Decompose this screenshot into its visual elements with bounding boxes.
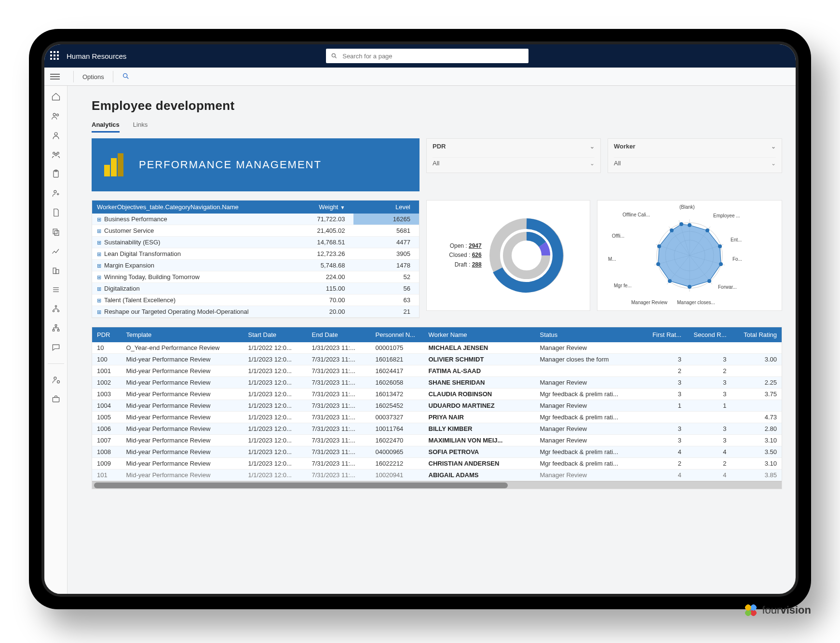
expand-icon[interactable]: ⊞ <box>97 309 101 315</box>
expand-icon[interactable]: ⊞ <box>97 274 101 280</box>
person-icon[interactable] <box>50 129 62 142</box>
table-row[interactable]: ⊞Margin Expansion5,748.681478 <box>92 260 419 271</box>
briefcase-icon[interactable] <box>50 393 62 405</box>
column-header[interactable]: Template <box>122 327 244 342</box>
person-add-icon[interactable] <box>50 187 62 200</box>
svg-point-0 <box>332 54 336 57</box>
tab-analytics[interactable]: Analytics <box>92 119 120 133</box>
table-row[interactable]: ⊞Sustainability (ESG)14,768.514477 <box>92 237 419 248</box>
svg-rect-25 <box>57 330 59 331</box>
svg-line-3 <box>127 77 128 79</box>
expand-icon[interactable]: ⊞ <box>97 286 101 292</box>
radar-axis-label: Ent... <box>731 237 742 242</box>
column-header[interactable]: Start Date <box>244 327 307 342</box>
table-row[interactable]: 10O_Year-end Performance Review1/1/2022 … <box>92 342 782 354</box>
column-header[interactable]: End Date <box>307 327 371 342</box>
svg-point-20 <box>55 306 56 307</box>
person-settings-icon[interactable] <box>50 374 62 386</box>
col-level[interactable]: Level <box>353 201 419 214</box>
table-row[interactable]: ⊞Customer Service21,405.025681 <box>92 225 419 237</box>
filter-value: All <box>614 160 621 167</box>
pdr-data-table[interactable]: PDRTemplateStart DateEnd DatePersonnel N… <box>92 327 782 489</box>
objectives-table[interactable]: WorkerObjectives_table.CategoryNavigatio… <box>92 200 420 318</box>
svg-point-7 <box>53 152 54 154</box>
expand-icon[interactable]: ⊞ <box>97 263 101 268</box>
svg-rect-28 <box>53 398 59 402</box>
left-nav-rail <box>44 86 68 594</box>
hierarchy-icon[interactable] <box>50 322 62 335</box>
radar-axis-label: Manager Review <box>631 300 667 305</box>
filter-worker[interactable]: Worker⌄ All⌄ <box>608 138 782 173</box>
column-header[interactable]: Personnel N... <box>371 327 424 342</box>
options-button[interactable]: Options <box>76 73 111 80</box>
col-category[interactable]: WorkerObjectives_table.CategoryNavigatio… <box>92 201 282 214</box>
report-banner: PERFORMANCE MANAGEMENT <box>92 138 420 191</box>
column-header[interactable]: Worker Name <box>424 327 535 342</box>
table-row[interactable]: 1007Mid-year Performance Review1/1/2023 … <box>92 435 782 446</box>
table-row[interactable]: 1002Mid-year Performance Review1/1/2023 … <box>92 377 782 388</box>
divider <box>113 71 113 82</box>
trend-icon[interactable] <box>50 245 62 257</box>
svg-rect-15 <box>53 268 56 274</box>
global-search[interactable] <box>326 49 528 63</box>
column-header[interactable]: PDR <box>92 327 122 342</box>
table-row[interactable]: ⊞Winning Today, Building Tomorrow224.005… <box>92 271 419 283</box>
table-row[interactable]: ⊞Lean Digital Transformation12,723.26390… <box>92 248 419 260</box>
svg-rect-14 <box>54 231 58 236</box>
expand-icon[interactable]: ⊞ <box>97 240 101 245</box>
search-input[interactable] <box>341 52 524 60</box>
svg-rect-16 <box>56 269 59 273</box>
banner-title: PERFORMANCE MANAGEMENT <box>139 159 322 171</box>
expand-icon[interactable]: ⊞ <box>97 251 101 257</box>
table-header-row: PDRTemplateStart DateEnd DatePersonnel N… <box>92 327 782 342</box>
table-row[interactable]: 1003Mid-year Performance Review1/1/2023 … <box>92 388 782 400</box>
app-launcher-icon[interactable] <box>50 51 60 61</box>
svg-point-26 <box>54 377 56 379</box>
column-header[interactable]: Second R... <box>686 327 732 342</box>
org-icon[interactable] <box>50 303 62 315</box>
table-row[interactable]: 101Mid-year Performance Review1/1/2023 1… <box>92 469 782 481</box>
building-icon[interactable] <box>50 264 62 277</box>
team-icon[interactable] <box>50 148 62 161</box>
table-row[interactable]: 1006Mid-year Performance Review1/1/2023 … <box>92 423 782 435</box>
filter-pdr[interactable]: PDR⌄ All⌄ <box>426 138 601 173</box>
table-row[interactable]: ⊞Reshape our Targeted Operating Model-Op… <box>92 306 419 318</box>
home-icon[interactable] <box>50 91 62 103</box>
column-header[interactable]: Status <box>535 327 647 342</box>
table-row[interactable]: 1005Mid-year Performance Review1/1/2023 … <box>92 412 782 423</box>
tab-links[interactable]: Links <box>133 119 148 133</box>
horizontal-scrollbar[interactable] <box>92 481 782 489</box>
table-row[interactable]: 1008Mid-year Performance Review1/1/2023 … <box>92 446 782 458</box>
column-header[interactable]: First Rat... <box>647 327 687 342</box>
table-row[interactable]: 100Mid-year Performance Review1/1/2023 1… <box>92 354 782 365</box>
clipboard-icon[interactable] <box>50 168 62 180</box>
column-header[interactable]: Total Rating <box>732 327 782 342</box>
copy-icon[interactable] <box>50 226 62 238</box>
filter-search-icon[interactable] <box>122 72 130 81</box>
command-bar: Options <box>44 67 796 86</box>
svg-point-54 <box>657 244 661 248</box>
rail-divider <box>48 363 64 364</box>
svg-point-22 <box>57 310 59 312</box>
expand-icon[interactable]: ⊞ <box>97 216 101 222</box>
radar-axis-label: Offline Cali... <box>623 212 650 217</box>
document-icon[interactable] <box>50 206 62 219</box>
table-row[interactable]: 1004Mid-year Performance Review1/1/2023 … <box>92 400 782 412</box>
nav-toggle-icon[interactable] <box>50 72 60 81</box>
expand-icon[interactable]: ⊞ <box>97 228 101 234</box>
table-row[interactable]: 1001Mid-year Performance Review1/1/2023 … <box>92 365 782 377</box>
status-donut-chart[interactable]: Open : 2947 Closed : 626 Draft : 288 <box>426 200 590 311</box>
people-icon[interactable] <box>50 110 62 122</box>
table-row[interactable]: ⊞Digitalization115.0056 <box>92 283 419 295</box>
list-icon[interactable] <box>50 283 62 296</box>
chat-icon[interactable] <box>50 341 62 354</box>
svg-point-12 <box>54 190 56 193</box>
table-row[interactable]: ⊞Talent (Talent Excellence)70.0063 <box>92 295 419 306</box>
radar-axis-label: Forwar... <box>718 284 737 290</box>
table-row[interactable]: ⊞Business Performance71,722.0316265 <box>92 214 419 225</box>
review-stage-radar-chart[interactable]: (Blank)Employee ...Ent...Fo...Forwar...M… <box>597 200 782 311</box>
filter-label: Worker <box>614 143 636 150</box>
expand-icon[interactable]: ⊞ <box>97 297 101 303</box>
col-weight[interactable]: Weight <box>319 203 338 211</box>
table-row[interactable]: 1009Mid-year Performance Review1/1/2023 … <box>92 458 782 469</box>
